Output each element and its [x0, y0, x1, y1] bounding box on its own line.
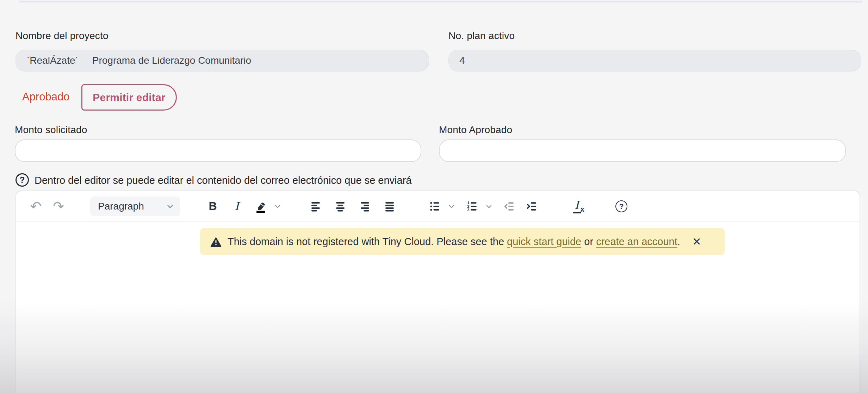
undo-icon: ↶	[30, 200, 42, 213]
active-plan-value: 4	[459, 55, 465, 66]
amount-requested-field[interactable]	[15, 139, 421, 162]
align-right-icon	[359, 200, 371, 213]
undo-button[interactable]: ↶	[26, 196, 46, 216]
bullet-list-menu-button[interactable]	[445, 196, 459, 216]
bold-icon: B	[209, 200, 217, 213]
rich-text-editor: ↶ ↷ Paragraph B I	[16, 191, 860, 393]
close-icon[interactable]: ✕	[692, 236, 701, 247]
redo-button[interactable]: ↷	[49, 196, 68, 216]
background-color-button[interactable]	[251, 196, 271, 216]
align-justify-button[interactable]	[380, 196, 399, 216]
outdent-button[interactable]	[500, 196, 519, 216]
clear-formatting-icon: Ix	[573, 199, 584, 213]
allow-edit-button[interactable]: Permitir editar	[81, 84, 177, 111]
project-name-field: `RealÁzate´ Programa de Liderazgo Comuni…	[16, 50, 429, 71]
chevron-down-icon	[273, 202, 282, 211]
create-account-link[interactable]: create an account	[596, 236, 677, 247]
active-plan-label: No. plan activo	[448, 30, 515, 42]
highlighter-icon	[254, 200, 267, 213]
indent-icon	[526, 200, 538, 213]
bold-button[interactable]: B	[203, 196, 223, 216]
redo-icon: ↷	[53, 200, 64, 213]
align-left-button[interactable]	[306, 196, 326, 216]
bullet-list-icon	[428, 200, 441, 213]
chevron-down-icon	[166, 202, 175, 211]
page: Nombre del proyecto No. plan activo `Rea…	[0, 0, 868, 393]
status-badge: Aprobado	[22, 91, 69, 103]
chevron-down-icon	[447, 202, 456, 211]
amount-approved-field[interactable]	[439, 139, 846, 162]
project-name-label: Nombre del proyecto	[16, 30, 108, 42]
italic-button[interactable]: I	[227, 196, 247, 216]
paragraph-format-label: Paragraph	[98, 201, 166, 212]
editor-hint-text: Dentro del editor se puede editar el con…	[35, 175, 411, 186]
help-button[interactable]: ?	[612, 196, 631, 216]
align-right-button[interactable]	[355, 196, 375, 216]
paragraph-format-select[interactable]: Paragraph	[90, 196, 180, 216]
clear-formatting-button[interactable]: Ix	[566, 196, 591, 216]
warning-triangle-icon	[210, 236, 222, 247]
bullet-list-button[interactable]	[425, 196, 445, 216]
background-color-menu-button[interactable]	[271, 196, 285, 216]
align-center-icon	[334, 200, 347, 213]
editor-content-area[interactable]: This domain is not registered with Tiny …	[16, 222, 860, 393]
project-name-value: `RealÁzate´ Programa de Liderazgo Comuni…	[26, 55, 251, 66]
notification-text: This domain is not registered with Tiny …	[228, 236, 680, 248]
numbered-list-icon: 1 2 3	[466, 200, 478, 213]
outdent-icon	[503, 200, 516, 213]
active-plan-field: 4	[448, 50, 861, 71]
tiny-cloud-notification: This domain is not registered with Tiny …	[200, 228, 725, 255]
align-left-icon	[309, 200, 322, 213]
svg-text:3: 3	[467, 207, 470, 212]
italic-icon: I	[235, 200, 239, 213]
quick-start-guide-link[interactable]: quick start guide	[507, 236, 581, 247]
numbered-list-menu-button[interactable]	[482, 196, 496, 216]
help-circle-icon: ?	[16, 173, 29, 187]
top-divider	[19, 1, 862, 2]
amount-requested-label: Monto solicitado	[15, 124, 87, 136]
help-icon: ?	[615, 200, 627, 212]
indent-button[interactable]	[522, 196, 542, 216]
editor-toolbar: ↶ ↷ Paragraph B I	[16, 191, 860, 222]
align-justify-icon	[383, 200, 396, 213]
numbered-list-button[interactable]: 1 2 3	[462, 196, 482, 216]
align-center-button[interactable]	[330, 196, 350, 216]
chevron-down-icon	[485, 202, 493, 211]
amount-approved-label: Monto Aprobado	[439, 124, 512, 136]
